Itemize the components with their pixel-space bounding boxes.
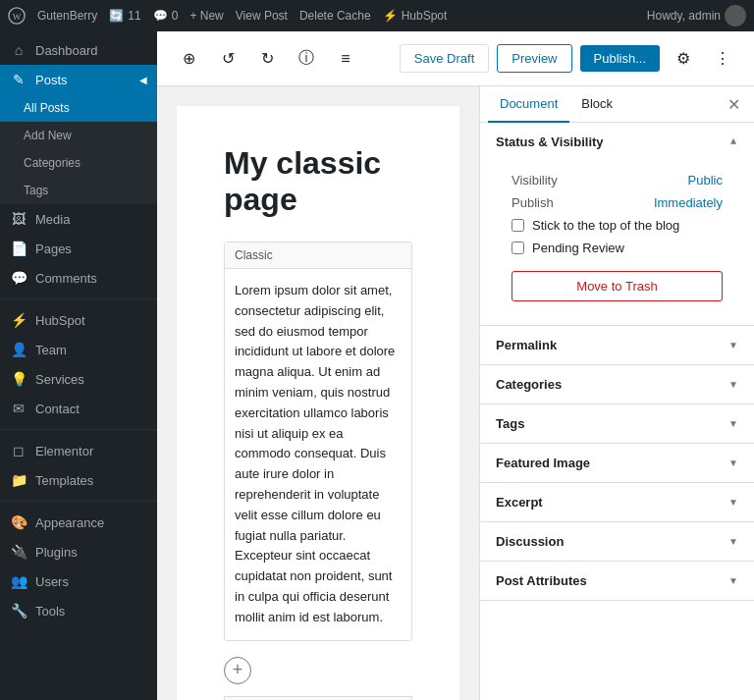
visibility-value[interactable]: Public <box>688 173 723 188</box>
tab-block[interactable]: Block <box>569 86 624 123</box>
undo-button[interactable]: ↺ <box>212 43 243 75</box>
excerpt-title: Excerpt <box>496 495 543 510</box>
visibility-label: Visibility <box>512 173 558 188</box>
sidebar-item-pages[interactable]: 📄 Pages <box>0 234 157 263</box>
delete-cache-item[interactable]: Delete Cache <box>299 9 371 23</box>
panel-close-button[interactable]: ✕ <box>721 91 746 117</box>
sidebar-item-posts[interactable]: ✎ Posts ◀ <box>0 65 157 94</box>
accordion-tags-header[interactable]: Tags ▼ <box>480 404 754 443</box>
accordion-post-attributes: Post Attributes ▼ <box>480 562 754 601</box>
sidebar-divider-2 <box>0 429 157 430</box>
accordion-featured-image-header[interactable]: Featured Image ▼ <box>480 444 754 482</box>
sidebar-item-appearance[interactable]: 🎨 Appearance <box>0 508 157 537</box>
categories-label: Categories <box>24 156 81 170</box>
pending-review-row: Pending Review <box>512 241 723 255</box>
wp-logo-item[interactable]: W <box>8 7 26 25</box>
header-settings-panel: Header Settings ▲ Header overlay Include… <box>224 696 412 700</box>
sidebar-item-elementor[interactable]: ◻ Elementor <box>0 436 157 465</box>
sidebar-item-add-new[interactable]: Add New <box>0 122 157 149</box>
settings-button[interactable]: ⚙ <box>668 43 699 75</box>
accordion-featured-image: Featured Image ▼ <box>480 444 754 483</box>
editor-content: My classic page Classic Lorem ipsum dolo… <box>177 106 459 700</box>
sidebar-item-media[interactable]: 🖼 Media <box>0 204 157 234</box>
sidebar-item-categories[interactable]: Categories <box>0 149 157 177</box>
hubspot-item[interactable]: ⚡ HubSpot <box>383 9 448 23</box>
sidebar-item-hubspot[interactable]: ⚡ HubSpot <box>0 305 157 335</box>
svg-text:W: W <box>13 12 22 22</box>
status-chevron-icon: ▼ <box>728 136 738 147</box>
howdy-item[interactable]: Howdy, admin <box>647 5 746 27</box>
save-draft-label: Save Draft <box>414 51 474 66</box>
services-icon: 💡 <box>10 371 27 387</box>
sidebar-item-tags[interactable]: Tags <box>0 177 157 204</box>
add-block-button[interactable]: ⊕ <box>173 43 204 75</box>
sidebar-item-tools[interactable]: 🔧 Tools <box>0 596 157 625</box>
sidebar-item-services[interactable]: 💡 Services <box>0 364 157 394</box>
sidebar-item-team[interactable]: 👤 Team <box>0 335 157 364</box>
permalink-title: Permalink <box>496 338 557 352</box>
discussion-title: Discussion <box>496 534 564 549</box>
howdy-label: Howdy, admin <box>647 9 721 23</box>
comments-count: 0 <box>172 9 179 23</box>
accordion-categories-header[interactable]: Categories ▼ <box>480 365 754 404</box>
post-attributes-title: Post Attributes <box>496 573 587 588</box>
accordion-excerpt-header[interactable]: Excerpt ▼ <box>480 483 754 521</box>
sidebar-item-label: Services <box>35 372 84 387</box>
sidebar-item-label: Team <box>35 343 67 357</box>
sidebar-divider-3 <box>0 501 157 502</box>
sidebar-item-dashboard[interactable]: ⌂ Dashboard <box>0 35 157 65</box>
accordion-status-visibility-header[interactable]: Status & Visibility ▼ <box>480 123 754 161</box>
stick-to-top-label: Stick to the top of the blog <box>532 218 679 233</box>
more-options-button[interactable]: ⋮ <box>707 43 738 75</box>
sidebar-item-label: Tools <box>35 604 65 619</box>
stick-to-top-checkbox[interactable] <box>512 219 524 232</box>
save-draft-button[interactable]: Save Draft <box>400 44 489 73</box>
header-settings-header[interactable]: Header Settings ▲ <box>225 697 411 700</box>
list-icon: ≡ <box>341 50 350 68</box>
tags-label: Tags <box>24 184 48 197</box>
accordion-discussion-header[interactable]: Discussion ▼ <box>480 522 754 561</box>
updates-icon: 🔄 <box>109 9 124 23</box>
preview-button[interactable]: Preview <box>497 44 571 73</box>
classic-block-label: Classic <box>225 242 411 269</box>
sidebar-item-label: Elementor <box>35 444 93 458</box>
tab-document[interactable]: Document <box>488 86 569 123</box>
more-options-icon: ⋮ <box>715 49 730 68</box>
featured-image-title: Featured Image <box>496 456 590 470</box>
move-to-trash-label: Move to Trash <box>576 279 657 294</box>
status-section: Visibility Public Publish Immediately St… <box>496 161 738 313</box>
info-icon: ⓘ <box>298 48 314 69</box>
accordion-permalink-header[interactable]: Permalink ▼ <box>480 326 754 364</box>
accordion-status-visibility-content: Visibility Public Publish Immediately St… <box>480 161 754 325</box>
posts-icon: ✎ <box>10 72 27 87</box>
publish-value[interactable]: Immediately <box>654 195 723 210</box>
admin-bar: W GutenBerry 🔄 11 💬 0 + New View Post De… <box>0 0 754 31</box>
sidebar-item-users[interactable]: 👥 Users <box>0 566 157 596</box>
comments-item[interactable]: 💬 0 <box>153 9 179 23</box>
updates-item[interactable]: 🔄 11 <box>109 9 140 23</box>
sidebar-item-plugins[interactable]: 🔌 Plugins <box>0 537 157 566</box>
settings-gear-icon: ⚙ <box>676 49 690 68</box>
move-to-trash-button[interactable]: Move to Trash <box>512 271 723 301</box>
new-item[interactable]: + New <box>189 9 223 23</box>
pending-review-checkbox[interactable] <box>512 242 524 254</box>
view-post-item[interactable]: View Post <box>236 9 288 23</box>
sidebar-item-contact[interactable]: ✉ Contact <box>0 394 157 423</box>
sidebar-item-all-posts[interactable]: All Posts <box>0 94 157 122</box>
classic-block-content[interactable]: Lorem ipsum dolor sit amet, consectetur … <box>225 269 411 640</box>
page-title[interactable]: My classic page <box>224 145 412 218</box>
redo-button[interactable]: ↻ <box>251 43 283 75</box>
editor-canvas[interactable]: My classic page Classic Lorem ipsum dolo… <box>157 86 479 700</box>
panel-tabs: Document Block ✕ <box>480 86 754 123</box>
list-view-button[interactable]: ≡ <box>330 43 361 75</box>
classic-block[interactable]: Classic Lorem ipsum dolor sit amet, cons… <box>224 242 412 641</box>
site-name-item[interactable]: GutenBerry <box>37 9 97 23</box>
sidebar-item-templates[interactable]: 📁 Templates <box>0 465 157 495</box>
info-button[interactable]: ⓘ <box>291 43 322 75</box>
tab-block-label: Block <box>581 96 613 111</box>
accordion-post-attributes-header[interactable]: Post Attributes ▼ <box>480 562 754 600</box>
publish-button[interactable]: Publish... <box>580 45 660 72</box>
dashboard-icon: ⌂ <box>10 42 27 58</box>
add-block-inline-button[interactable]: + <box>224 657 251 684</box>
sidebar-item-comments[interactable]: 💬 Comments <box>0 263 157 293</box>
